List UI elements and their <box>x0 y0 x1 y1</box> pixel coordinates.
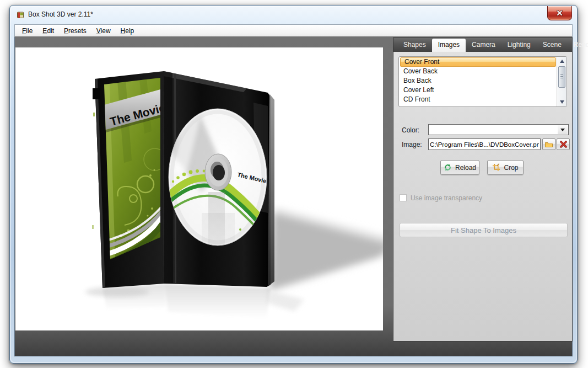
menu-edit[interactable]: Edit <box>37 25 59 36</box>
tab-images[interactable]: Images <box>432 39 466 52</box>
transparency-label: Use image transparency <box>411 194 482 202</box>
list-item-cover-front[interactable]: Cover Front <box>400 57 556 67</box>
panel-tabs: Shapes Images Camera Lighting Scene Rend… <box>393 37 573 52</box>
render-viewport-3d[interactable]: The Movie <box>15 47 383 330</box>
chevron-down-icon <box>560 129 565 131</box>
tab-scene[interactable]: Scene <box>537 38 568 52</box>
client-area: The Movie <box>14 37 573 356</box>
image-slot-list: Cover Front Cover Back Box Back Cover Le… <box>398 56 567 107</box>
titlebar[interactable]: Box Shot 3D ver 2.11* <box>10 6 577 24</box>
tab-render[interactable]: Render <box>568 38 588 52</box>
image-path-input[interactable] <box>428 138 541 150</box>
folder-icon <box>544 140 553 149</box>
list-item-box-back[interactable]: Box Back <box>400 76 557 86</box>
thumb-grip-icon <box>560 74 563 79</box>
reload-label: Reload <box>455 164 476 172</box>
dvd-box-scene: The Movie <box>15 47 383 330</box>
arrow-up-icon <box>560 60 564 63</box>
crop-label: Crop <box>504 164 518 172</box>
menu-presets[interactable]: Presets <box>59 25 91 36</box>
window-title: Box Shot 3D ver 2.11* <box>28 10 93 18</box>
tab-lighting[interactable]: Lighting <box>501 38 537 52</box>
side-panel: Shapes Images Camera Lighting Scene Rend… <box>393 37 573 342</box>
crop-icon <box>492 163 500 172</box>
fit-shape-label: Fit Shape To Images <box>451 226 516 234</box>
transparency-checkbox[interactable] <box>400 194 407 201</box>
close-icon <box>556 10 563 16</box>
reload-icon <box>444 163 452 172</box>
color-dropdown[interactable] <box>428 124 569 135</box>
remove-x-icon <box>559 141 568 148</box>
list-item-cover-left[interactable]: Cover Left <box>400 86 557 95</box>
color-label: Color: <box>402 126 419 134</box>
crop-button[interactable]: Crop <box>487 160 524 175</box>
list-item-cover-back[interactable]: Cover Back <box>400 67 557 76</box>
fit-shape-button[interactable]: Fit Shape To Images <box>400 223 568 237</box>
tab-shapes[interactable]: Shapes <box>397 38 432 52</box>
close-button[interactable] <box>547 6 572 20</box>
list-item-cd-front[interactable]: CD Front <box>400 95 557 104</box>
tab-camera[interactable]: Camera <box>466 38 501 52</box>
image-label: Image: <box>402 141 422 148</box>
arrow-down-icon <box>560 100 564 104</box>
scroll-thumb[interactable] <box>558 66 565 88</box>
menu-view[interactable]: View <box>91 25 116 36</box>
menubar: File Edit Presets View Help <box>14 24 573 37</box>
menu-help[interactable]: Help <box>116 25 139 36</box>
reload-button[interactable]: Reload <box>440 160 479 175</box>
clear-image-button[interactable] <box>557 138 570 150</box>
app-icon <box>16 10 25 19</box>
scroll-up-button[interactable] <box>557 57 567 65</box>
list-scrollbar[interactable] <box>557 57 567 106</box>
desktop: Box Shot 3D ver 2.11* File Edit Presets … <box>0 0 588 368</box>
color-dropdown-button[interactable] <box>558 125 568 134</box>
app-window: Box Shot 3D ver 2.11* File Edit Presets … <box>9 5 578 364</box>
images-tab-panel: Cover Front Cover Back Box Back Cover Le… <box>393 52 573 342</box>
scroll-down-button[interactable] <box>557 98 567 106</box>
menu-file[interactable]: File <box>17 25 37 36</box>
browse-image-button[interactable] <box>542 138 555 150</box>
